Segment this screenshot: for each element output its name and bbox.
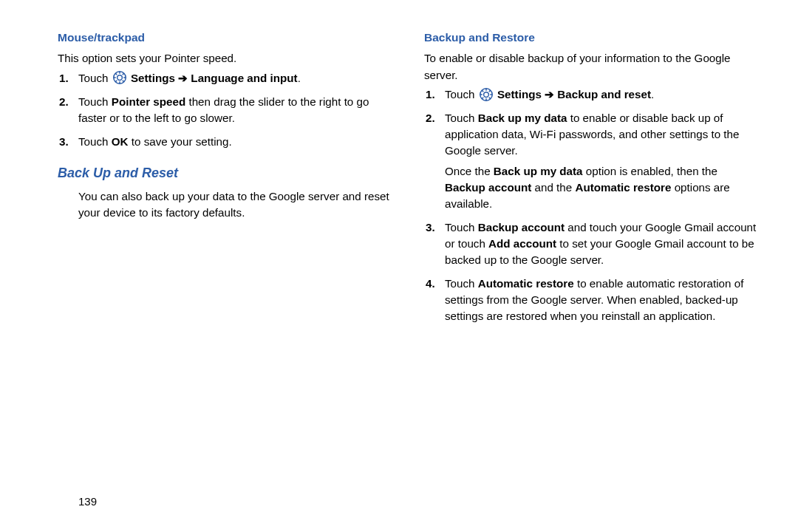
svg-point-11 xyxy=(483,92,488,97)
step-4: Touch Automatic restore to enable automa… xyxy=(440,276,761,324)
step-3: Touch OK to save your setting. xyxy=(74,134,395,150)
svg-line-16 xyxy=(482,90,483,92)
svg-line-19 xyxy=(489,90,491,92)
svg-line-8 xyxy=(115,81,117,82)
left-column: Mouse/trackpad This option sets your Poi… xyxy=(58,30,395,332)
step-2-note: Once the Back up my data option is enabl… xyxy=(445,163,761,212)
step-3: Touch Backup account and touch your Goog… xyxy=(440,219,761,268)
page-number: 139 xyxy=(78,494,97,510)
step-1: Touch Settings ➔ Language and input. xyxy=(74,70,395,86)
right-column: Backup and Restore To enable or disable … xyxy=(424,30,761,332)
steps-list: Touch Settings ➔ Language and input. Tou… xyxy=(58,70,395,150)
svg-line-18 xyxy=(482,97,483,98)
page-content: Mouse/trackpad This option sets your Poi… xyxy=(0,0,798,332)
step-2: Touch Back up my data to enable or disab… xyxy=(440,110,761,212)
svg-point-1 xyxy=(117,75,122,81)
svg-line-6 xyxy=(115,74,117,75)
svg-line-9 xyxy=(123,74,124,75)
settings-gear-icon xyxy=(113,71,126,84)
backup-reset-paragraph: You can also back up your data to the Go… xyxy=(78,188,395,221)
svg-line-17 xyxy=(489,97,491,98)
svg-line-7 xyxy=(123,81,124,82)
intro-text: To enable or disable backup of your info… xyxy=(424,50,761,83)
step-1: Touch Settings ➔ Backup and reset. xyxy=(440,86,761,103)
heading-backup-restore: Backup and Restore xyxy=(424,30,761,46)
intro-text: This option sets your Pointer speed. xyxy=(58,50,395,66)
steps-list: Touch Settings ➔ Backup and reset. Touch… xyxy=(424,86,761,324)
settings-gear-icon xyxy=(480,88,493,101)
heading-mouse-trackpad: Mouse/trackpad xyxy=(58,30,395,46)
heading-back-up-reset: Back Up and Reset xyxy=(58,163,395,183)
step-2: Touch Pointer speed then drag the slider… xyxy=(74,94,395,126)
